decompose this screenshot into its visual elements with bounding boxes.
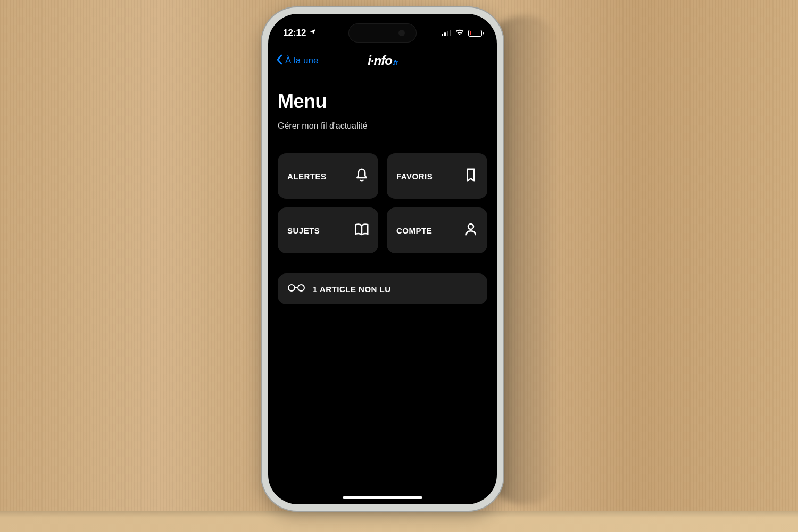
status-right	[442, 28, 482, 38]
page-subtitle: Gérer mon fil d'actualité	[278, 121, 487, 131]
back-label: À la une	[285, 55, 318, 66]
phone-frame: 12:12 À	[261, 6, 504, 512]
person-icon	[463, 221, 479, 239]
home-indicator[interactable]	[343, 496, 422, 499]
glasses-icon	[287, 282, 305, 295]
tile-sujets[interactable]: SUJETS	[278, 207, 378, 253]
unread-label: 1 ARTICLE NON LU	[313, 285, 391, 294]
background-wood-edge	[0, 511, 798, 532]
phone-screen: 12:12 À	[268, 14, 497, 504]
book-icon	[354, 221, 370, 239]
page-title: Menu	[278, 90, 487, 113]
battery-icon	[468, 30, 482, 37]
tile-label: SUJETS	[287, 226, 320, 235]
tile-alertes[interactable]: ALERTES	[278, 153, 378, 199]
location-icon	[309, 28, 317, 38]
tile-label: FAVORIS	[396, 172, 433, 181]
back-button[interactable]: À la une	[276, 49, 318, 72]
content-area: Menu Gérer mon fil d'actualité ALERTES F…	[268, 78, 497, 504]
status-left: 12:12	[283, 28, 317, 38]
menu-grid: ALERTES FAVORIS SUJETS	[278, 153, 487, 253]
bookmark-icon	[463, 167, 479, 185]
status-bar: 12:12	[268, 14, 497, 46]
svg-point-2	[298, 285, 304, 291]
tile-label: ALERTES	[287, 172, 327, 181]
svg-point-1	[288, 285, 295, 291]
svg-point-0	[468, 224, 473, 229]
bell-icon	[354, 167, 370, 185]
brand-suffix: .fr	[393, 59, 397, 66]
tile-compte[interactable]: COMPTE	[387, 207, 487, 253]
unread-articles-button[interactable]: 1 ARTICLE NON LU	[278, 273, 487, 304]
tile-label: COMPTE	[396, 226, 432, 235]
brand-logo: i·nfo .fr	[368, 53, 397, 68]
cellular-icon	[442, 30, 451, 36]
wifi-icon	[455, 28, 464, 38]
chevron-left-icon	[276, 54, 283, 68]
nav-bar: À la une i·nfo .fr	[268, 49, 497, 72]
brand-main: i·nfo	[368, 53, 392, 68]
status-time: 12:12	[283, 28, 306, 38]
tile-favoris[interactable]: FAVORIS	[387, 153, 487, 199]
